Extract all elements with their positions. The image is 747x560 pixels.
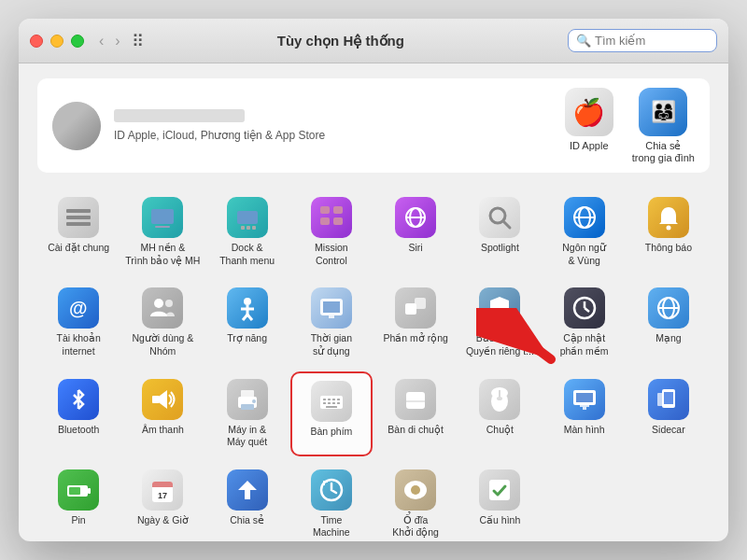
pref-label-siri: Siri [409, 242, 423, 255]
svg-point-81 [411, 485, 420, 495]
pref-label-mouse: Chuột [486, 424, 514, 437]
pref-icon-display [564, 379, 605, 420]
pref-label-sound: Âm thanh [142, 424, 184, 437]
pref-icon-config [479, 469, 520, 511]
pref-icon-update [564, 287, 605, 329]
minimize-button[interactable] [50, 35, 63, 48]
pref-item-mouse[interactable]: Chuột [458, 371, 541, 456]
pref-icon-extensions [395, 287, 436, 329]
pref-icon-desktop [142, 197, 183, 238]
pref-icon-startup [395, 469, 436, 511]
pref-label-extensions: Phần mở rộng [383, 332, 447, 345]
forward-button[interactable]: › [111, 31, 123, 51]
system-preferences-window: ‹ › ⠿ Tùy chọn Hệ thống 🔍 ID Apple, iClo… [19, 19, 728, 541]
pref-label-datetime: Ngày & Giờ [137, 514, 189, 527]
pref-item-screentime[interactable]: Thời gian sử dụng [290, 280, 373, 365]
svg-point-24 [165, 300, 173, 307]
pref-item-keyboard[interactable]: Bàn phím [290, 371, 373, 456]
svg-rect-12 [333, 217, 343, 225]
pref-item-battery[interactable]: Pin [37, 462, 120, 541]
account-icons: 🍎 ID Apple 👨‍👩‍👧 Chia sẻ trong gia đình [565, 88, 695, 163]
pref-label-printers: Máy in & Máy quét [227, 424, 267, 449]
svg-rect-58 [406, 392, 425, 409]
svg-point-23 [154, 299, 163, 308]
pref-label-users: Người dùng & Nhóm [132, 332, 193, 357]
pref-item-timemachine[interactable]: Time Machine [290, 462, 373, 541]
svg-point-21 [666, 226, 670, 231]
pref-label-language: Ngôn ngữ & Vùng [562, 242, 606, 267]
pref-item-security[interactable]: Bảo mật & Quyền riêng t... [458, 280, 541, 365]
pref-item-sound[interactable]: Âm thanh [121, 371, 204, 456]
svg-rect-5 [237, 211, 258, 224]
pref-item-startup[interactable]: Ổ đĩa Khởi động [374, 462, 457, 541]
pref-icon-sidecar [648, 379, 689, 420]
pref-icon-bluetooth [58, 379, 99, 420]
svg-line-17 [503, 221, 510, 228]
search-input[interactable] [595, 34, 707, 48]
pref-label-sharing: Chia sẻ [230, 514, 264, 527]
pref-label-network: Mạng [655, 332, 681, 345]
pref-item-sharing[interactable]: Chia sẻ [206, 462, 289, 541]
pref-label-bluetooth: Bluetooth [58, 424, 99, 437]
pref-item-notify[interactable]: Thông báo [627, 189, 710, 274]
pref-label-screentime: Thời gian sử dụng [311, 332, 352, 357]
pref-label-timemachine: Time Machine [313, 514, 350, 539]
pref-icon-security [479, 287, 520, 329]
user-name-blur [114, 109, 245, 122]
pref-item-general[interactable]: Cài đặt chung [37, 189, 120, 274]
svg-rect-56 [337, 402, 340, 404]
pref-item-bluetooth[interactable]: Bluetooth [37, 371, 120, 456]
pref-item-spotlight[interactable]: Spotlight [458, 189, 541, 274]
back-button[interactable]: ‹ [95, 31, 107, 51]
pref-label-startup: Ổ đĩa Khởi động [392, 514, 439, 539]
svg-rect-45 [241, 390, 254, 398]
pref-label-mission: Mission Control [315, 242, 348, 267]
search-box[interactable]: 🔍 [568, 29, 717, 52]
svg-rect-10 [333, 206, 343, 214]
grid-icon[interactable]: ⠿ [132, 31, 144, 51]
user-info: ID Apple, iCloud, Phương tiện & App Stor… [114, 109, 565, 143]
svg-rect-53 [323, 402, 326, 404]
pref-item-internet[interactable]: @Tài khoản internet [37, 280, 120, 365]
user-section[interactable]: ID Apple, iCloud, Phương tiện & App Stor… [37, 78, 710, 173]
svg-point-47 [252, 399, 256, 403]
family-share-label: Chia sẻ trong gia đình [632, 140, 695, 163]
family-share-icon-circle: 👨‍👩‍👧 [639, 88, 687, 136]
pref-label-internet: Tài khoản internet [56, 332, 100, 357]
pref-label-keyboard: Bàn phím [310, 426, 352, 439]
svg-point-25 [244, 298, 251, 305]
pref-item-network[interactable]: Mạng [627, 280, 710, 365]
avatar [52, 102, 101, 150]
pref-item-sidecar[interactable]: Sidecar [627, 371, 710, 456]
pref-icon-timemachine [311, 469, 352, 511]
svg-rect-51 [332, 399, 335, 400]
pref-item-users[interactable]: Người dùng & Nhóm [121, 280, 204, 365]
prefs-grid: Cài đặt chungMH nền & Trình bảo vệ MHDoc… [37, 189, 710, 541]
svg-text:@: @ [69, 298, 88, 318]
pref-label-desktop: MH nền & Trình bảo vệ MH [125, 242, 200, 267]
pref-item-config[interactable]: Cấu hình [458, 462, 541, 541]
pref-item-access[interactable]: Trợ năng [206, 280, 289, 365]
apple-id-icon[interactable]: 🍎 ID Apple [565, 88, 613, 163]
pref-icon-spotlight [479, 197, 520, 238]
pref-item-printers[interactable]: Máy in & Máy quét [206, 371, 289, 456]
pref-item-dock[interactable]: Dock & Thanh menu [206, 189, 289, 274]
pref-icon-notify [648, 197, 689, 238]
svg-rect-49 [323, 399, 326, 400]
maximize-button[interactable] [71, 35, 84, 48]
pref-item-extensions[interactable]: Phần mở rộng [374, 280, 457, 365]
pref-item-siri[interactable]: Siri [374, 189, 457, 274]
pref-label-notify: Thông báo [645, 242, 692, 255]
pref-label-spotlight: Spotlight [481, 242, 519, 255]
pref-item-mission[interactable]: Mission Control [290, 189, 373, 274]
pref-item-update[interactable]: Cập nhật phần mềm [543, 280, 626, 365]
pref-item-datetime[interactable]: 17Ngày & Giờ [121, 462, 204, 541]
svg-rect-2 [66, 222, 91, 226]
close-button[interactable] [30, 35, 43, 48]
pref-item-display[interactable]: Màn hình [543, 371, 626, 456]
pref-item-desktop[interactable]: MH nền & Trình bảo vệ MH [121, 189, 204, 274]
pref-item-trackpad[interactable]: Bàn di chuột [374, 371, 457, 456]
family-share-icon[interactable]: 👨‍👩‍👧 Chia sẻ trong gia đình [632, 88, 695, 163]
pref-item-language[interactable]: Ngôn ngữ & Vùng [543, 189, 626, 274]
pref-icon-mouse [479, 379, 520, 420]
